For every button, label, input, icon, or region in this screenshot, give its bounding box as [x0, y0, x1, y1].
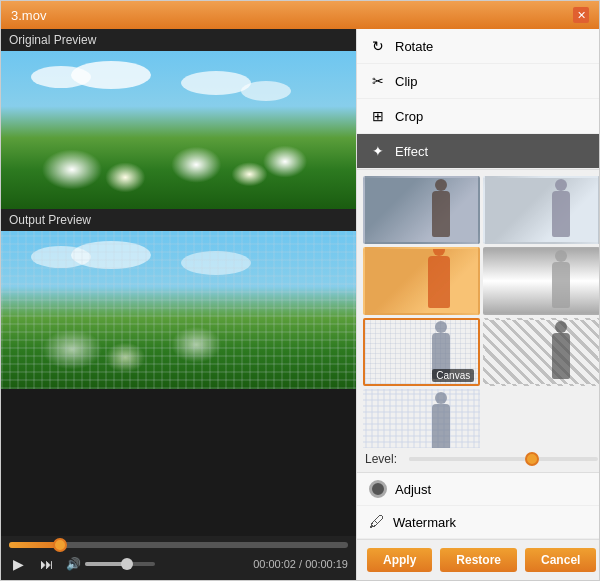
rotate-label: Rotate [395, 39, 433, 54]
volume-icon: 🔊 [66, 557, 81, 571]
progress-bar[interactable] [9, 542, 348, 548]
time-sep: / [296, 558, 305, 570]
effect-thumb-canvas[interactable]: Canvas [363, 318, 480, 386]
rotate-icon: ↻ [369, 37, 387, 55]
progress-thumb[interactable] [53, 538, 67, 552]
forward-button[interactable]: ⏭ [36, 554, 58, 574]
person-1 [552, 191, 570, 237]
person-head-4 [435, 321, 447, 333]
tool-watermark[interactable]: 🖊 Watermark [357, 506, 599, 539]
tool-clip[interactable]: ✂ Clip [357, 64, 599, 99]
level-fill [409, 457, 532, 461]
clip-label: Clip [395, 74, 417, 89]
effect-thumb-0[interactable] [363, 176, 480, 244]
watermark-label: Watermark [393, 515, 456, 530]
adjust-label: Adjust [395, 482, 431, 497]
effect-label: Effect [395, 144, 428, 159]
window-title: 3.mov [11, 8, 46, 23]
person-head-1 [555, 179, 567, 191]
tool-crop[interactable]: ⊞ Crop [357, 99, 599, 134]
bottom-tools: Adjust 🖊 Watermark [357, 472, 599, 539]
restore-button[interactable]: Restore [440, 548, 517, 572]
person-head-5 [555, 321, 567, 333]
person-head-0 [435, 179, 447, 191]
person-2 [428, 256, 450, 308]
output-preview-area [1, 231, 356, 389]
controls-bar: ▶ ⏭ 🔊 00:00:02 / 00:00:19 [1, 536, 356, 580]
action-bar: Apply Restore Cancel [357, 539, 599, 580]
tool-rotate[interactable]: ↻ Rotate [357, 29, 599, 64]
effect-icon: ✦ [369, 142, 387, 160]
cloud-2 [71, 61, 151, 89]
original-preview-label: Original Preview [1, 29, 356, 51]
time-total: 00:00:19 [305, 558, 348, 570]
effect-thumb-6[interactable] [363, 389, 480, 448]
time-current: 00:00:02 [253, 558, 296, 570]
cancel-button[interactable]: Cancel [525, 548, 596, 572]
title-bar: 3.mov ✕ [1, 1, 599, 29]
canvas-effect-overlay [1, 231, 356, 389]
effect-thumb-3[interactable] [483, 247, 599, 315]
tool-menu: ↻ Rotate ✂ Clip ⊞ Crop ✦ Effect [357, 29, 599, 170]
level-row: Level: [357, 448, 599, 472]
effect-thumb-1[interactable] [483, 176, 599, 244]
person-head-2 [433, 247, 445, 256]
main-window: 3.mov ✕ Original Preview Outpu [0, 0, 600, 581]
play-button[interactable]: ▶ [9, 554, 28, 574]
crop-label: Crop [395, 109, 423, 124]
original-preview-area [1, 51, 356, 209]
time-display: 00:00:02 / 00:00:19 [253, 558, 348, 570]
clip-icon: ✂ [369, 72, 387, 90]
apply-button[interactable]: Apply [367, 548, 432, 572]
volume-control: 🔊 [66, 557, 155, 571]
effect-thumb-5[interactable] [483, 318, 599, 386]
tool-effect[interactable]: ✦ Effect [357, 134, 599, 169]
person-head-6 [435, 392, 447, 404]
cloud-4 [241, 81, 291, 101]
transport-controls: ▶ ⏭ 🔊 00:00:02 / 00:00:19 [9, 554, 348, 574]
close-button[interactable]: ✕ [573, 7, 589, 23]
volume-thumb[interactable] [121, 558, 133, 570]
output-preview-label: Output Preview [1, 209, 356, 231]
watermark-icon: 🖊 [369, 513, 385, 531]
crop-icon: ⊞ [369, 107, 387, 125]
original-video-frame [1, 51, 356, 209]
effect-thumb-2[interactable] [363, 247, 480, 315]
adjust-icon [369, 480, 387, 498]
person-3 [552, 262, 570, 308]
left-panel: Original Preview Output Preview [1, 29, 356, 580]
level-thumb[interactable] [525, 452, 539, 466]
person-0 [432, 191, 450, 237]
volume-slider[interactable] [85, 562, 155, 566]
effects-grid: Canvas [357, 170, 599, 448]
level-label: Level: [365, 452, 401, 466]
person-5 [552, 333, 570, 379]
canvas-label: Canvas [432, 369, 474, 382]
level-slider[interactable] [409, 457, 598, 461]
main-content: Original Preview Output Preview [1, 29, 599, 580]
preview-section: Original Preview Output Preview [1, 29, 356, 536]
person-6 [432, 404, 450, 448]
right-panel: ↻ Rotate ✂ Clip ⊞ Crop ✦ Effect [356, 29, 599, 580]
tool-adjust[interactable]: Adjust [357, 473, 599, 506]
person-head-3 [555, 250, 567, 262]
